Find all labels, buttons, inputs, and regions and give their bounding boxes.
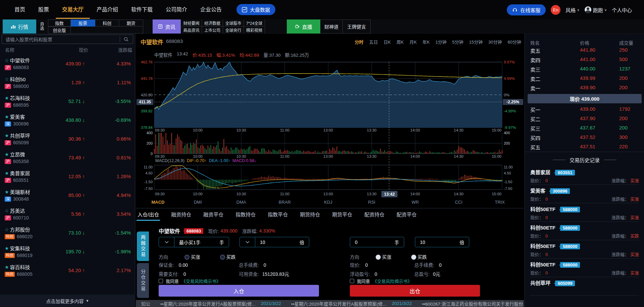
ticker-item[interactable]: ••600267:浙江海正药业股份有限公司关于发行股份... — [422, 300, 524, 307]
agree-checkbox[interactable] — [159, 279, 163, 283]
favorite-star-icon[interactable]: ★ — [5, 189, 9, 195]
load-more-button[interactable]: 点击加载更多内容▼ — [0, 295, 135, 307]
language-badge[interactable]: En — [551, 5, 560, 15]
close-position-button[interactable]: 出仓 — [350, 285, 480, 297]
news-link-上市公司[interactable]: 上市公司 — [202, 27, 223, 34]
market-tab-cyb[interactable]: 创业版 — [48, 27, 71, 34]
watchlist-row[interactable]: ☆中望软件沪688083439.00 ↑4.33% — [0, 54, 135, 73]
period-tab-1分钟[interactable]: 1分钟 — [435, 39, 446, 45]
trade-tab-7[interactable]: 期货平仓 — [332, 211, 352, 218]
style-menu[interactable]: 风格∨ — [566, 6, 579, 13]
news-button[interactable]: 资讯 — [153, 19, 181, 34]
period-tab-15分钟[interactable]: 15分钟 — [469, 39, 483, 45]
ticker-item[interactable]: ••星期六:2020年度非公开发行A股股票预案(修... — [160, 300, 256, 307]
trade-tab-4[interactable]: 指数持仓 — [235, 211, 256, 218]
favorite-star-icon[interactable]: ☆ — [5, 58, 9, 63]
watchlist-row[interactable]: ★爱美客深300896438.80 ↓-0.69% — [0, 111, 135, 130]
watchlist-row[interactable]: ★立昂微沪60535873.49 ↑0.81% — [0, 148, 135, 167]
period-tab-5分钟[interactable]: 5分钟 — [452, 39, 463, 45]
open-qty-input[interactable]: 最小买1手手 — [159, 237, 229, 247]
watchlist-row[interactable]: ★奥普家居沪60355112.05 ↑1.26% — [0, 167, 135, 186]
live-link-财神道[interactable]: 财神道 — [320, 19, 343, 34]
open-position-button[interactable]: 入仓 — [159, 285, 319, 297]
leverage-dropdown[interactable] — [240, 237, 255, 247]
margin-trade-tab[interactable]: 两融交易 — [137, 232, 149, 261]
history-item[interactable]: 共创草坪605099 — [530, 277, 639, 296]
favorite-star-icon[interactable]: ★ — [5, 170, 9, 176]
watchlist-row[interactable]: ★安集科技科创688019195.70 ↓-1.98% — [0, 242, 135, 261]
close-leverage-input[interactable]: 10倍 — [415, 237, 469, 247]
history-item[interactable]: 科创50ETF588000现价：0涨跌幅：买涨 — [530, 203, 639, 222]
favorite-star-icon[interactable]: ★ — [5, 246, 9, 251]
period-tab-年K[interactable]: 年K — [422, 39, 430, 45]
trade-tab-5[interactable]: 指数平仓 — [268, 211, 288, 218]
indicator-tab-DMA[interactable]: DMA — [236, 200, 246, 205]
timeseries-chart[interactable]: 462.76441.78420.80399.82378.849.97%4.99%… — [136, 60, 524, 198]
favorite-star-icon[interactable]: ★ — [5, 152, 9, 157]
favorite-star-icon[interactable]: ★ — [5, 95, 9, 101]
watchlist-row[interactable]: ☆方邦股份科创68802073.10 ↓-1.54% — [0, 223, 135, 242]
open-leverage-input[interactable]: 10倍 — [239, 237, 309, 247]
ticker-item[interactable]: ••星期六:2020年度非公开发行A股股票预案(修... — [291, 300, 386, 307]
period-tab-分时[interactable]: 分时 — [355, 39, 363, 45]
indicator-tab-WR[interactable]: WR — [412, 200, 419, 205]
favorite-star-icon[interactable]: ☆ — [5, 76, 9, 82]
market-tab-期货[interactable]: 期货 — [119, 19, 143, 27]
watchlist-row[interactable]: ★共创草坪沪60509930.36 ↑0.66% — [0, 130, 135, 148]
indicator-tab-KDJ[interactable]: KDJ — [324, 200, 332, 205]
trade-tab-1[interactable]: 入仓/出仓 — [138, 211, 159, 218]
favorite-star-icon[interactable]: ★ — [5, 133, 9, 138]
search-icon[interactable] — [123, 37, 129, 42]
news-link-全球央行[interactable]: 全球央行 — [223, 27, 244, 34]
period-tab-60分钟[interactable]: 60分钟 — [508, 39, 521, 45]
favorite-star-icon[interactable]: ★ — [5, 114, 9, 119]
history-item[interactable]: 科创50ETF588000现价：0涨跌幅：买涨 — [530, 240, 639, 259]
nav-item-5[interactable]: 软件下载 — [131, 0, 153, 19]
news-link-财经要闻[interactable]: 财经要闻 — [181, 19, 202, 27]
indicator-tab-RSI[interactable]: RSI — [368, 200, 375, 205]
nav-item-1[interactable]: 首页 — [14, 0, 25, 19]
history-item[interactable]: 奥普家居603551现价：0涨跌幅：买涨 — [530, 166, 639, 185]
indicator-tab-DMI[interactable]: DMI — [194, 200, 202, 205]
buy-down-radio[interactable] — [220, 255, 225, 260]
favorite-star-icon[interactable]: ☆ — [5, 208, 9, 213]
nav-item-6[interactable]: 公司简介 — [166, 0, 187, 19]
user-menu[interactable]: 跑跑∨ — [585, 6, 607, 13]
nav-item-3[interactable]: 交易大厅 — [62, 0, 84, 19]
trade-tab-9[interactable]: 配资平仓 — [396, 211, 417, 218]
favorite-star-icon[interactable]: ★ — [5, 264, 9, 270]
news-link-精彩视频[interactable]: 精彩视频 — [244, 27, 265, 34]
history-item[interactable]: 爱美客300896现价：0涨跌幅：买涨 — [530, 185, 639, 203]
watchlist-row[interactable]: ★芯海科技沪68859552.71 ↓-3.55% — [0, 92, 135, 111]
period-tab-30分钟[interactable]: 30分钟 — [488, 39, 502, 45]
period-tab-日K[interactable]: 日K — [383, 39, 391, 45]
trade-tab-8[interactable]: 配资持仓 — [364, 211, 384, 218]
watchlist-row[interactable]: ★美瑞新材深30084885.00 ↑4.94% — [0, 186, 135, 205]
nav-item-2[interactable]: 股票 — [38, 0, 49, 19]
market-tab-科创[interactable]: 科创 — [95, 19, 119, 27]
indicator-tab-BRAR[interactable]: BRAR — [279, 200, 291, 205]
news-link-全球股市[interactable]: 全球股市 — [223, 19, 244, 27]
news-link-经济数据[interactable]: 经济数据 — [202, 19, 223, 27]
qty-dropdown[interactable] — [159, 237, 174, 247]
history-item[interactable]: 科创50ETF588000现价：0涨跌幅：买涨 — [530, 259, 639, 277]
indicator-tab-CCI[interactable]: CCI — [455, 200, 462, 205]
watchlist-tab[interactable]: 自选 — [36, 19, 48, 34]
news-link-商品资讯[interactable]: 商品资讯 — [181, 27, 202, 34]
watchlist-row[interactable]: ★容百科技科创68800554.20 ↑2.17% — [0, 261, 135, 280]
period-tab-周K[interactable]: 周K — [396, 39, 404, 45]
market-tab-指数[interactable]: 指数 — [48, 19, 71, 27]
close-qty-input[interactable]: 0手 — [350, 237, 404, 247]
close-agree-checkbox[interactable] — [350, 279, 354, 283]
split-trade-tab[interactable]: 分仓交易 — [137, 263, 149, 298]
indicator-tab-MACD[interactable]: MACD — [152, 200, 165, 205]
stock-search-input[interactable]: 请输入股票代码和股票 — [2, 35, 133, 44]
trade-tab-3[interactable]: 融资平仓 — [203, 211, 223, 218]
watchlist-row[interactable]: ☆科创50沪5880001.28 ↑1.11% — [0, 73, 135, 92]
risk-agreement-link[interactable]: 《交易风险揭示书》 — [181, 278, 221, 284]
history-item[interactable]: 科创50ETF588000现价：0涨跌幅：买跌 — [530, 222, 639, 240]
personal-center-link[interactable]: 个人中心 — [612, 6, 632, 13]
close-up-radio[interactable] — [376, 255, 381, 260]
live-link-王牌健言[interactable]: 王牌健言 — [343, 19, 371, 34]
close-down-radio[interactable] — [411, 255, 416, 260]
